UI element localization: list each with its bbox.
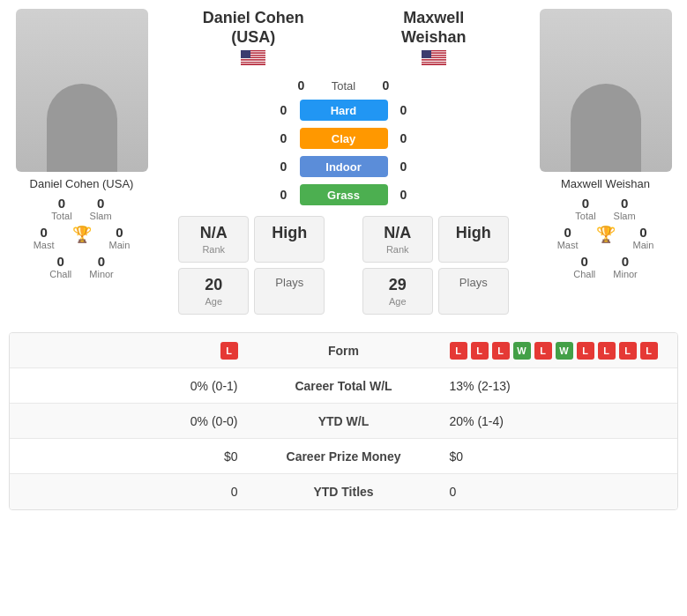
left-chall-stat: 0 Chall (49, 254, 71, 279)
right-high-value: High (456, 224, 491, 242)
left-age-plays: 20 Age Plays (163, 268, 340, 315)
right-mast-stat: 0 Mast (557, 225, 579, 250)
right-form-badge-5: W (556, 342, 573, 360)
right-stats-row3: 0 Chall 0 Minor (573, 254, 638, 279)
svg-rect-24 (422, 62, 446, 63)
left-mast-stat: 0 Mast (34, 225, 55, 250)
right-player-flag (422, 50, 446, 68)
left-stats-row3: 0 Chall 0 Minor (49, 254, 114, 279)
right-total-stat: 0 Total (575, 196, 595, 221)
right-main-value: 0 (639, 225, 646, 240)
left-detail-cards: N/A Rank High (163, 216, 340, 263)
right-age-plays: 29 Age Plays (347, 268, 525, 315)
svg-rect-11 (241, 63, 265, 63)
bottom-stats-section: L Form L L L W L W L L L L 0% (0-1) Care… (9, 332, 678, 510)
left-age-label: Age (205, 296, 222, 307)
grass-score-right: 0 (397, 188, 411, 202)
right-age-label: Age (389, 296, 407, 307)
left-stats-row2: 0 Mast 🏆 0 Main (34, 225, 131, 250)
grass-badge: Grass (300, 184, 388, 205)
svg-rect-23 (422, 61, 446, 62)
detail-cards-row: N/A Rank High N/A Rank High (163, 216, 524, 263)
titles-label: YTD Titles (256, 485, 432, 499)
right-form-badge-0: L (450, 342, 467, 360)
left-plays-card: Plays (254, 268, 325, 315)
ytd-wl-label: YTD W/L (256, 414, 432, 428)
hard-score-right: 0 (397, 103, 411, 117)
right-detail-cards: N/A Rank High (347, 216, 525, 263)
svg-rect-22 (422, 60, 446, 61)
clay-score-right: 0 (397, 131, 411, 145)
hard-scores-row: 0 Hard 0 (163, 96, 524, 124)
players-names-row: Daniel Cohen(USA) (163, 9, 524, 68)
svg-rect-25 (422, 63, 446, 63)
left-age-value: 20 (205, 276, 222, 294)
left-mast-value: 0 (40, 225, 47, 240)
left-rank-card: N/A Rank (178, 216, 249, 263)
indoor-badge: Indoor (300, 156, 388, 177)
right-chall-stat: 0 Chall (573, 254, 595, 279)
right-main-label: Main (633, 240, 654, 250)
hard-score-left: 0 (277, 103, 291, 117)
svg-rect-13 (241, 50, 250, 58)
left-player-area: Daniel Cohen (USA) 0 Total 0 Slam 0 Mast (9, 9, 154, 315)
left-chall-label: Chall (49, 269, 71, 279)
right-form-badge-8: L (619, 342, 637, 360)
right-form-badge-1: L (471, 342, 489, 360)
total-score-left: 0 (295, 78, 309, 93)
right-age-card: 29 Age (362, 268, 433, 315)
left-slam-stat: 0 Slam (90, 196, 112, 221)
left-slam-value: 0 (97, 196, 104, 211)
right-player-area: Maxwell Weishan 0 Total 0 Slam 0 Mast 🏆 (533, 9, 678, 315)
left-plays-label: Plays (275, 276, 303, 289)
right-chall-label: Chall (573, 269, 595, 279)
clay-scores-row: 0 Clay 0 (163, 124, 524, 152)
right-minor-stat: 0 Minor (613, 254, 638, 279)
titles-right: 0 (432, 485, 678, 499)
right-minor-label: Minor (613, 269, 638, 279)
indoor-score-left: 0 (277, 160, 291, 174)
career-wl-label: Career Total W/L (256, 379, 432, 393)
form-right: L L L W L W L L L L (432, 342, 678, 360)
grass-score-left: 0 (277, 188, 291, 202)
form-label: Form (256, 344, 432, 358)
right-mast-value: 0 (564, 225, 571, 240)
left-slam-label: Slam (90, 211, 112, 221)
left-minor-stat: 0 Minor (89, 254, 114, 279)
prize-row: $0 Career Prize Money $0 (10, 439, 677, 474)
right-slam-value: 0 (621, 196, 628, 211)
left-total-value: 0 (58, 196, 65, 211)
career-wl-left: 0% (0-1) (10, 379, 256, 393)
left-form-badge-0: L (220, 342, 238, 360)
svg-rect-8 (241, 60, 265, 61)
svg-rect-12 (241, 64, 265, 65)
ytd-wl-row: 0% (0-0) YTD W/L 20% (1-4) (10, 404, 677, 439)
right-form-badge-2: L (492, 342, 510, 360)
left-player-name: Daniel Cohen (USA) (30, 177, 134, 190)
hard-badge: Hard (300, 100, 388, 121)
left-main-stat: 0 Main (109, 225, 131, 250)
left-main-value: 0 (116, 225, 123, 240)
career-wl-row: 0% (0-1) Career Total W/L 13% (2-13) (10, 368, 677, 404)
left-age-card: 20 Age (178, 268, 249, 315)
right-rank-value: N/A (384, 224, 411, 242)
total-scores-row: 0 Total 0 (163, 75, 524, 96)
total-score-right: 0 (379, 78, 393, 93)
right-form-badge-9: L (640, 342, 658, 360)
left-high-value: High (272, 224, 307, 242)
left-player-center-name: Daniel Cohen(USA) (203, 9, 304, 47)
left-main-label: Main (109, 240, 131, 250)
left-player-flag (241, 50, 265, 68)
svg-rect-7 (241, 58, 265, 59)
right-main-stat: 0 Main (633, 225, 654, 250)
right-player-center-name-block: MaxwellWeishan (344, 9, 525, 68)
right-player-center-name: MaxwellWeishan (401, 9, 467, 47)
age-plays-row: 20 Age Plays 29 Age Plays (163, 268, 524, 315)
svg-rect-26 (422, 64, 446, 65)
right-mast-label: Mast (557, 240, 579, 250)
right-form-badge-6: L (577, 342, 594, 360)
right-plays-card: Plays (438, 268, 509, 315)
right-total-label: Total (575, 211, 595, 221)
ytd-wl-left: 0% (0-0) (10, 414, 256, 428)
left-rank-label: Rank (202, 244, 225, 255)
